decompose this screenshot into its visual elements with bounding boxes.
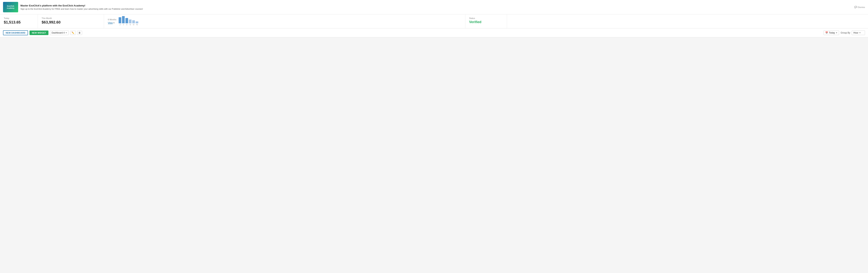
bar-a [125, 18, 128, 23]
promo-banner: ExoClick Academy Master ExoClick's platf… [0, 0, 868, 15]
bar-o [132, 20, 135, 23]
hour-chevron-icon: ▼ [859, 32, 861, 34]
today-value: $1,513.65 [4, 20, 34, 24]
group-by-label: Group By [841, 31, 850, 34]
banner-text-block: Master ExoClick's platform with the ExoC… [21, 4, 143, 10]
banner-description: Sign up to the ExoClick Academy for FREE… [21, 8, 143, 10]
bar-group-j1: J [119, 17, 121, 26]
bar-group-a: A [125, 18, 128, 26]
bar-label-j1: J [120, 24, 121, 26]
bar-s [129, 20, 131, 23]
month-label: This Month [42, 17, 100, 19]
bar-label-o: O [133, 24, 134, 26]
banner-title: Master ExoClick's platform with the ExoC… [21, 4, 143, 7]
bar-label-j2: J [123, 24, 124, 26]
banner-thumbnail: ExoClick Academy [3, 2, 18, 12]
stats-row: Today $1,513.65 This Month $63,992.60 6 … [0, 15, 868, 28]
bar-j2 [122, 16, 125, 23]
six-months-label-block: 6 Months View ▼ [108, 18, 116, 24]
bar-label-s: S [130, 24, 131, 26]
calendar-icon: 📅 [825, 31, 828, 34]
status-label: Status [469, 17, 503, 19]
edit-icon: ✏️ [71, 31, 74, 34]
hour-selector[interactable]: Hour ▼ [852, 30, 865, 35]
bar-chart: J J A S O N [119, 17, 138, 26]
status-value: Verified [469, 20, 503, 24]
new-dashboard-button[interactable]: NEW DASHBOARD [3, 30, 28, 35]
bar-group-s: S [129, 20, 131, 26]
bar-label-n: N [136, 24, 138, 26]
date-label: Today [829, 31, 835, 34]
bar-j1 [119, 17, 121, 23]
main-content [0, 37, 868, 151]
today-card: Today $1,513.65 [0, 15, 38, 28]
banner-content: ExoClick Academy Master ExoClick's platf… [3, 2, 143, 12]
bar-group-j2: J [122, 16, 125, 26]
dashboard-selector[interactable]: Dashboard 4 ▼ [50, 30, 69, 35]
hour-label: Hour [854, 31, 858, 34]
thumbnail-text: ExoClick Academy [4, 5, 18, 9]
dashboard-name: Dashboard 4 [52, 31, 65, 34]
month-value: $63,992.60 [42, 20, 100, 24]
bar-group-n: N [136, 21, 138, 26]
view-chevron-icon: ▼ [113, 22, 115, 24]
month-card: This Month $63,992.60 [38, 15, 104, 28]
new-widget-button[interactable]: NEW WIDGET [30, 30, 49, 35]
dismiss-icon: 💬 [855, 6, 857, 8]
dismiss-label: Dismiss [858, 6, 865, 8]
date-selector[interactable]: 📅 Today ▼ [824, 30, 839, 35]
view-dropdown[interactable]: View ▼ [108, 22, 115, 24]
today-label: Today [4, 17, 34, 19]
date-chevron-icon: ▼ [836, 32, 837, 34]
trash-icon: 🗑 [79, 31, 81, 34]
dashboard-chevron-icon: ▼ [65, 32, 67, 34]
bar-label-a: A [126, 24, 127, 26]
six-months-card: 6 Months View ▼ J J A S [104, 15, 465, 28]
status-card: Status Verified [465, 15, 507, 28]
edit-dashboard-button[interactable]: ✏️ [70, 31, 76, 35]
filler-card [507, 15, 868, 28]
toolbar-right: 📅 Today ▼ Group By Hour ▼ [824, 30, 865, 35]
dismiss-button[interactable]: 💬 Dismiss [855, 6, 865, 8]
view-link[interactable]: View [108, 22, 113, 24]
bar-group-o: O [132, 20, 135, 26]
six-months-label: 6 Months [108, 18, 116, 21]
dashboard-toolbar: NEW DASHBOARD NEW WIDGET Dashboard 4 ▼ ✏… [0, 28, 868, 37]
delete-dashboard-button[interactable]: 🗑 [77, 31, 82, 35]
bar-n [136, 21, 138, 23]
